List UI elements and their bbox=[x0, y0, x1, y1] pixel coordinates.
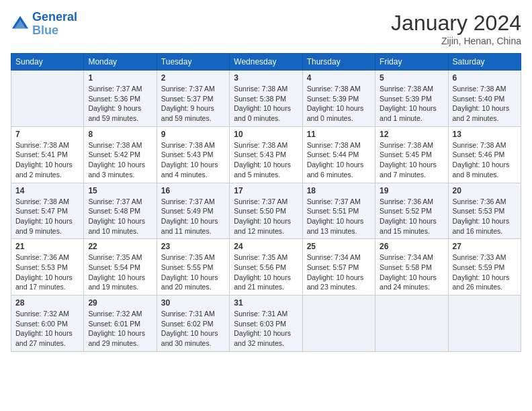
day-number: 15 bbox=[88, 186, 152, 195]
day-info: Sunrise: 7:38 AM Sunset: 5:42 PM Dayligh… bbox=[88, 140, 152, 180]
day-info: Sunrise: 7:37 AM Sunset: 5:36 PM Dayligh… bbox=[88, 84, 152, 124]
day-info: Sunrise: 7:31 AM Sunset: 6:02 PM Dayligh… bbox=[161, 309, 225, 349]
calendar-cell: 12Sunrise: 7:38 AM Sunset: 5:45 PM Dayli… bbox=[375, 126, 448, 183]
day-info: Sunrise: 7:35 AM Sunset: 5:54 PM Dayligh… bbox=[88, 253, 152, 292]
day-info: Sunrise: 7:37 AM Sunset: 5:37 PM Dayligh… bbox=[161, 84, 225, 124]
calendar-cell: 24Sunrise: 7:35 AM Sunset: 5:56 PM Dayli… bbox=[230, 239, 302, 295]
page-header: General Blue January 2024 Zijin, Henan, … bbox=[11, 11, 521, 46]
day-number: 26 bbox=[380, 242, 443, 251]
day-number: 6 bbox=[453, 73, 517, 83]
day-number: 20 bbox=[453, 186, 517, 195]
calendar-cell: 10Sunrise: 7:38 AM Sunset: 5:43 PM Dayli… bbox=[230, 126, 302, 183]
calendar-cell: 30Sunrise: 7:31 AM Sunset: 6:02 PM Dayli… bbox=[157, 295, 229, 352]
calendar-cell: 16Sunrise: 7:37 AM Sunset: 5:49 PM Dayli… bbox=[157, 183, 229, 239]
day-number: 14 bbox=[15, 186, 79, 195]
day-number: 2 bbox=[161, 73, 225, 83]
day-number: 18 bbox=[307, 186, 371, 195]
day-number: 3 bbox=[234, 73, 298, 83]
day-info: Sunrise: 7:37 AM Sunset: 5:48 PM Dayligh… bbox=[88, 197, 152, 236]
day-info: Sunrise: 7:36 AM Sunset: 5:53 PM Dayligh… bbox=[15, 253, 79, 292]
calendar-cell: 22Sunrise: 7:35 AM Sunset: 5:54 PM Dayli… bbox=[84, 239, 157, 295]
calendar-week-row: 21Sunrise: 7:36 AM Sunset: 5:53 PM Dayli… bbox=[11, 239, 521, 295]
day-info: Sunrise: 7:38 AM Sunset: 5:47 PM Dayligh… bbox=[15, 197, 79, 236]
weekday-header-row: SundayMondayTuesdayWednesdayThursdayFrid… bbox=[11, 54, 521, 71]
calendar-table: SundayMondayTuesdayWednesdayThursdayFrid… bbox=[11, 53, 521, 352]
day-info: Sunrise: 7:38 AM Sunset: 5:41 PM Dayligh… bbox=[15, 140, 79, 180]
weekday-header: Wednesday bbox=[230, 54, 302, 71]
day-number: 30 bbox=[161, 298, 225, 308]
day-info: Sunrise: 7:37 AM Sunset: 5:51 PM Dayligh… bbox=[307, 197, 371, 236]
weekday-header: Tuesday bbox=[157, 54, 229, 71]
day-number: 19 bbox=[380, 186, 443, 195]
day-number: 8 bbox=[88, 130, 152, 139]
calendar-cell: 19Sunrise: 7:36 AM Sunset: 5:52 PM Dayli… bbox=[375, 183, 448, 239]
calendar-cell: 6Sunrise: 7:38 AM Sunset: 5:40 PM Daylig… bbox=[448, 71, 521, 127]
weekday-header: Monday bbox=[84, 54, 157, 71]
day-info: Sunrise: 7:35 AM Sunset: 5:55 PM Dayligh… bbox=[161, 253, 225, 292]
calendar-week-row: 14Sunrise: 7:38 AM Sunset: 5:47 PM Dayli… bbox=[11, 183, 521, 239]
calendar-cell: 27Sunrise: 7:33 AM Sunset: 5:59 PM Dayli… bbox=[448, 239, 521, 295]
calendar-cell bbox=[302, 295, 375, 352]
weekday-header: Thursday bbox=[302, 54, 375, 71]
day-number: 13 bbox=[453, 130, 517, 139]
day-info: Sunrise: 7:38 AM Sunset: 5:40 PM Dayligh… bbox=[453, 84, 517, 124]
day-number: 27 bbox=[453, 242, 517, 251]
logo: General Blue bbox=[11, 11, 77, 38]
logo-text: General Blue bbox=[32, 11, 77, 38]
calendar-cell: 29Sunrise: 7:32 AM Sunset: 6:01 PM Dayli… bbox=[84, 295, 157, 352]
day-info: Sunrise: 7:38 AM Sunset: 5:46 PM Dayligh… bbox=[453, 140, 517, 180]
calendar-cell: 26Sunrise: 7:34 AM Sunset: 5:58 PM Dayli… bbox=[375, 239, 448, 295]
day-number: 24 bbox=[234, 242, 298, 251]
day-number: 22 bbox=[88, 242, 152, 251]
day-info: Sunrise: 7:37 AM Sunset: 5:49 PM Dayligh… bbox=[161, 197, 225, 236]
day-info: Sunrise: 7:38 AM Sunset: 5:38 PM Dayligh… bbox=[234, 84, 298, 124]
calendar-cell: 13Sunrise: 7:38 AM Sunset: 5:46 PM Dayli… bbox=[448, 126, 521, 183]
calendar-cell: 9Sunrise: 7:38 AM Sunset: 5:43 PM Daylig… bbox=[157, 126, 229, 183]
day-info: Sunrise: 7:37 AM Sunset: 5:50 PM Dayligh… bbox=[234, 197, 298, 236]
logo-icon bbox=[11, 15, 30, 34]
day-number: 4 bbox=[307, 73, 371, 83]
calendar-cell: 3Sunrise: 7:38 AM Sunset: 5:38 PM Daylig… bbox=[230, 71, 302, 127]
calendar-cell: 25Sunrise: 7:34 AM Sunset: 5:57 PM Dayli… bbox=[302, 239, 375, 295]
day-info: Sunrise: 7:32 AM Sunset: 6:01 PM Dayligh… bbox=[88, 309, 152, 349]
title-block: January 2024 Zijin, Henan, China bbox=[391, 11, 521, 46]
day-number: 25 bbox=[307, 242, 371, 251]
calendar-cell: 20Sunrise: 7:36 AM Sunset: 5:53 PM Dayli… bbox=[448, 183, 521, 239]
calendar-cell: 23Sunrise: 7:35 AM Sunset: 5:55 PM Dayli… bbox=[157, 239, 229, 295]
calendar-cell: 31Sunrise: 7:31 AM Sunset: 6:03 PM Dayli… bbox=[230, 295, 302, 352]
weekday-header: Friday bbox=[375, 54, 448, 71]
calendar-cell: 7Sunrise: 7:38 AM Sunset: 5:41 PM Daylig… bbox=[11, 126, 84, 183]
day-info: Sunrise: 7:36 AM Sunset: 5:52 PM Dayligh… bbox=[380, 197, 443, 236]
calendar-cell bbox=[375, 295, 448, 352]
calendar-cell: 2Sunrise: 7:37 AM Sunset: 5:37 PM Daylig… bbox=[157, 71, 229, 127]
day-info: Sunrise: 7:33 AM Sunset: 5:59 PM Dayligh… bbox=[453, 253, 517, 292]
day-number: 1 bbox=[88, 73, 152, 83]
day-info: Sunrise: 7:38 AM Sunset: 5:43 PM Dayligh… bbox=[161, 140, 225, 180]
day-info: Sunrise: 7:38 AM Sunset: 5:43 PM Dayligh… bbox=[234, 140, 298, 180]
calendar-cell: 8Sunrise: 7:38 AM Sunset: 5:42 PM Daylig… bbox=[84, 126, 157, 183]
weekday-header: Sunday bbox=[11, 54, 84, 71]
calendar-cell: 4Sunrise: 7:38 AM Sunset: 5:39 PM Daylig… bbox=[302, 71, 375, 127]
day-info: Sunrise: 7:38 AM Sunset: 5:39 PM Dayligh… bbox=[307, 84, 371, 124]
day-number: 11 bbox=[307, 130, 371, 139]
calendar-cell: 15Sunrise: 7:37 AM Sunset: 5:48 PM Dayli… bbox=[84, 183, 157, 239]
calendar-cell bbox=[448, 295, 521, 352]
calendar-cell: 5Sunrise: 7:38 AM Sunset: 5:39 PM Daylig… bbox=[375, 71, 448, 127]
calendar-cell: 21Sunrise: 7:36 AM Sunset: 5:53 PM Dayli… bbox=[11, 239, 84, 295]
day-number: 21 bbox=[15, 242, 79, 251]
day-number: 9 bbox=[161, 130, 225, 139]
day-number: 16 bbox=[161, 186, 225, 195]
calendar-week-row: 1Sunrise: 7:37 AM Sunset: 5:36 PM Daylig… bbox=[11, 71, 521, 127]
day-info: Sunrise: 7:38 AM Sunset: 5:44 PM Dayligh… bbox=[307, 140, 371, 180]
day-info: Sunrise: 7:38 AM Sunset: 5:45 PM Dayligh… bbox=[380, 140, 443, 180]
calendar-cell: 11Sunrise: 7:38 AM Sunset: 5:44 PM Dayli… bbox=[302, 126, 375, 183]
location: Zijin, Henan, China bbox=[391, 36, 521, 46]
day-number: 7 bbox=[15, 130, 79, 139]
day-info: Sunrise: 7:34 AM Sunset: 5:57 PM Dayligh… bbox=[307, 253, 371, 292]
day-number: 28 bbox=[15, 298, 79, 308]
day-info: Sunrise: 7:36 AM Sunset: 5:53 PM Dayligh… bbox=[453, 197, 517, 236]
day-number: 29 bbox=[88, 298, 152, 308]
day-info: Sunrise: 7:31 AM Sunset: 6:03 PM Dayligh… bbox=[234, 309, 298, 349]
calendar-cell bbox=[11, 71, 84, 127]
calendar-week-row: 28Sunrise: 7:32 AM Sunset: 6:00 PM Dayli… bbox=[11, 295, 521, 352]
